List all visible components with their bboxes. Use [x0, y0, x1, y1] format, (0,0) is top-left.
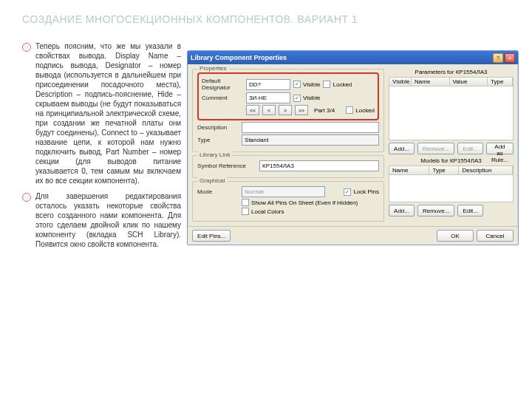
edit-pins-button[interactable]: Edit Pins...	[192, 230, 231, 242]
param-edit-button[interactable]: Edit...	[457, 143, 482, 154]
col-type[interactable]: Type	[488, 78, 513, 86]
col-name[interactable]: Name	[412, 78, 449, 86]
label-comment: Comment	[202, 95, 243, 101]
mode-select[interactable]	[242, 186, 325, 197]
part-indicator: Part 3/4	[314, 107, 335, 114]
right-column: Library Component Properties ? × Propert…	[187, 15, 519, 384]
designator-input[interactable]	[246, 79, 290, 90]
param-remove-button[interactable]: Remove...	[417, 143, 454, 154]
description-input[interactable]	[242, 122, 379, 133]
local-colors-check[interactable]: Local Colors	[242, 208, 284, 215]
show-all-pins-check[interactable]: Show All Pins On Sheet (Even if Hidden)	[242, 199, 358, 206]
slide-title: СОЗДАНИЕ МНОГОСЕКЦИОННЫХ КОМПОНЕНТОВ. ВА…	[22, 13, 358, 25]
parameters-table[interactable]: Visible Name Value Type	[389, 77, 514, 140]
ok-button[interactable]: OK	[437, 230, 474, 242]
label-designator: Default Designator	[202, 78, 243, 91]
group-library-link: Library Link Symbol Reference	[192, 155, 384, 178]
symbolref-input[interactable]	[259, 160, 379, 171]
model-add-button[interactable]: Add...	[389, 205, 415, 216]
col-visible[interactable]: Visible	[389, 78, 412, 86]
bullet-icon	[22, 193, 31, 202]
cancel-button[interactable]: Cancel	[477, 230, 514, 242]
model-edit-button[interactable]: Edit...	[457, 205, 482, 216]
mcol-desc[interactable]: Description	[459, 166, 513, 174]
window-title: Library Component Properties	[191, 54, 491, 61]
label-mode: Mode	[197, 188, 239, 195]
help-button[interactable]: ?	[493, 53, 503, 63]
designator-visible-check[interactable]: ✓Visible	[293, 81, 320, 88]
legend-properties: Properties	[197, 65, 228, 72]
group-parameters: Parameters for КР1554ЛА3 Visible Name Va…	[389, 69, 514, 154]
label-symbolref: Symbol Reference	[197, 163, 256, 169]
paragraph-1: Теперь поясним, что же мы указали в свой…	[35, 41, 181, 185]
label-type: Type	[197, 137, 239, 143]
legend-liblink: Library Link	[197, 151, 232, 158]
close-button[interactable]: ×	[505, 53, 515, 63]
add-as-rule-button[interactable]: Add as Rule...	[486, 143, 514, 154]
col-value[interactable]: Value	[450, 78, 488, 86]
nav-first-button[interactable]: <<	[246, 105, 259, 115]
group-properties: Properties Default Designator ✓Visible L…	[192, 69, 384, 152]
models-title: Models for КР1554ЛА3	[389, 157, 514, 164]
group-models: Models for КР1554ЛА3 Name Type Descripti…	[389, 157, 514, 216]
nav-last-button[interactable]: >>	[295, 105, 308, 115]
group-graphical: Graphical Mode ✓Lock Pins Show All Pins …	[192, 181, 384, 222]
label-description: Description	[197, 124, 239, 131]
paragraph-2: Для завершения редактирования осталось у…	[35, 191, 181, 249]
parameters-title: Parameters for КР1554ЛА3	[389, 69, 514, 75]
mcol-type[interactable]: Type	[429, 166, 459, 174]
models-table[interactable]: Name Type Description	[389, 166, 514, 202]
type-select[interactable]	[242, 134, 379, 146]
left-column: Теперь поясним, что же мы указали в свой…	[22, 15, 181, 384]
comment-visible-check[interactable]: ✓Visible	[293, 95, 320, 102]
part-locked-check[interactable]: Locked	[346, 106, 375, 114]
designator-locked-check[interactable]: Locked	[323, 81, 352, 88]
bullet-icon	[22, 43, 31, 52]
nav-prev-button[interactable]: <	[262, 105, 276, 115]
lock-pins-check[interactable]: ✓Lock Pins	[344, 188, 379, 196]
mcol-name[interactable]: Name	[389, 166, 429, 174]
dialog-window: Library Component Properties ? × Propert…	[187, 50, 519, 245]
legend-graphical: Graphical	[197, 177, 227, 184]
nav-next-button[interactable]: >	[279, 105, 292, 115]
titlebar: Library Component Properties ? ×	[188, 51, 518, 64]
param-add-button[interactable]: Add...	[389, 143, 415, 154]
highlight-box: Default Designator ✓Visible Locked Comme…	[197, 72, 379, 120]
model-remove-button[interactable]: Remove...	[417, 205, 454, 216]
comment-input[interactable]	[246, 92, 290, 103]
